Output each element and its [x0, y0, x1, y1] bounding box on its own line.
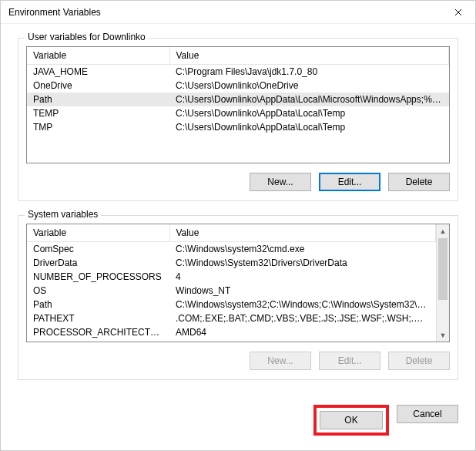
ok-highlight: OK: [313, 405, 389, 436]
system-edit-button[interactable]: Edit...: [319, 352, 380, 370]
table-row[interactable]: PATHEXT.COM;.EXE;.BAT;.CMD;.VBS;.VBE;.JS…: [27, 311, 436, 325]
system-vars-legend: System variables: [25, 209, 101, 220]
table-row[interactable]: DriverDataC:\Windows\System32\Drivers\Dr…: [27, 256, 436, 270]
col-variable[interactable]: Variable: [27, 224, 169, 242]
table-row[interactable]: OSWindows_NT: [27, 284, 436, 298]
table-row[interactable]: OneDriveC:\Users\Downlinko\OneDrive: [27, 79, 449, 93]
user-buttons: New... Edit... Delete: [26, 173, 450, 191]
user-edit-button[interactable]: Edit...: [319, 173, 380, 191]
col-variable[interactable]: Variable: [27, 47, 169, 65]
col-value[interactable]: Value: [169, 47, 449, 65]
table-row[interactable]: ComSpecC:\Windows\system32\cmd.exe: [27, 242, 436, 257]
user-vars-table-wrap: Variable Value JAVA_HOMEC:\Program Files…: [26, 46, 450, 163]
cancel-button[interactable]: Cancel: [397, 405, 458, 423]
dialog-buttons: OK Cancel: [1, 402, 475, 436]
user-vars-legend: User variables for Downlinko: [25, 32, 149, 42]
close-icon[interactable]: [441, 1, 475, 24]
table-row[interactable]: TEMPC:\Users\Downlinko\AppData\Local\Tem…: [27, 106, 449, 120]
table-row[interactable]: TMPC:\Users\Downlinko\AppData\Local\Temp: [27, 120, 449, 134]
system-new-button[interactable]: New...: [250, 352, 311, 370]
user-delete-button[interactable]: Delete: [388, 173, 450, 191]
env-vars-dialog: Environment Variables User variables for…: [0, 0, 476, 451]
user-new-button[interactable]: New...: [250, 173, 311, 191]
system-vars-table-wrap: Variable Value ComSpecC:\Windows\system3…: [26, 224, 450, 342]
titlebar: Environment Variables: [1, 1, 475, 24]
scroll-up-icon[interactable]: ▲: [437, 224, 449, 237]
system-scrollbar[interactable]: ▲ ▼: [436, 224, 449, 342]
table-row[interactable]: JAVA_HOMEC:\Program Files\Java\jdk1.7.0_…: [27, 65, 449, 79]
table-row[interactable]: PathC:\Windows\system32;C:\Windows;C:\Wi…: [27, 298, 436, 311]
window-title: Environment Variables: [8, 7, 441, 18]
scroll-down-icon[interactable]: ▼: [437, 328, 449, 342]
table-row[interactable]: NUMBER_OF_PROCESSORS4: [27, 270, 436, 284]
dialog-content: User variables for Downlinko Variable Va…: [1, 24, 475, 402]
table-row[interactable]: PROCESSOR_ARCHITECTUREAMD64: [27, 325, 436, 339]
user-vars-table[interactable]: Variable Value JAVA_HOMEC:\Program Files…: [27, 47, 449, 134]
system-vars-group: System variables Variable Value ComSpecC…: [18, 215, 458, 380]
ok-button[interactable]: OK: [320, 411, 383, 429]
scroll-thumb[interactable]: [438, 238, 448, 300]
user-vars-group: User variables for Downlinko Variable Va…: [18, 38, 458, 201]
col-value[interactable]: Value: [169, 224, 436, 242]
system-buttons: New... Edit... Delete: [26, 352, 450, 370]
table-row[interactable]: PathC:\Users\Downlinko\AppData\Local\Mic…: [27, 93, 449, 106]
system-delete-button[interactable]: Delete: [388, 352, 450, 370]
system-vars-table[interactable]: Variable Value ComSpecC:\Windows\system3…: [27, 224, 436, 339]
